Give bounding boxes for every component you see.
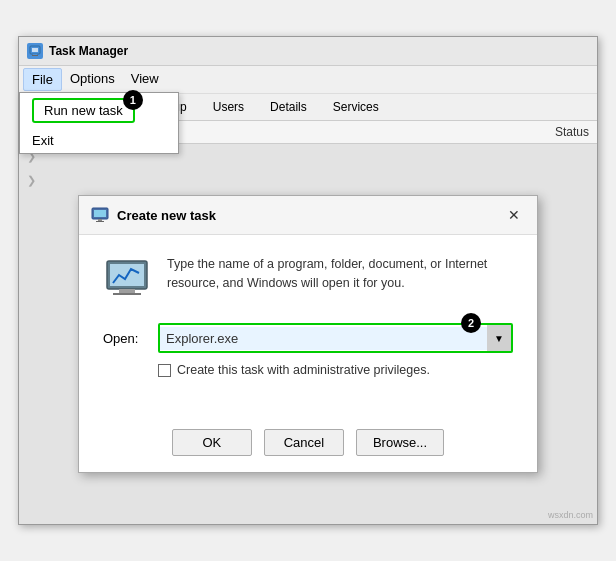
- dialog-icon: [91, 207, 109, 223]
- dialog-body: Type the name of a program, folder, docu…: [79, 235, 537, 421]
- tab-users[interactable]: Users: [200, 94, 257, 120]
- dialog-description: Type the name of a program, folder, docu…: [167, 255, 513, 293]
- open-label: Open:: [103, 331, 148, 346]
- open-dropdown-button[interactable]: ▼: [487, 325, 511, 351]
- svg-rect-3: [32, 55, 38, 56]
- menu-bar: File Run new task 1 Exit Options: [19, 66, 597, 94]
- exit-item[interactable]: Exit: [20, 128, 178, 153]
- tab-services[interactable]: Services: [320, 94, 392, 120]
- options-menu[interactable]: Options: [62, 68, 123, 91]
- admin-privileges-row: Create this task with administrative pri…: [103, 363, 513, 377]
- watermark: wsxdn.com: [548, 510, 593, 520]
- svg-rect-6: [98, 219, 102, 221]
- file-menu[interactable]: File Run new task 1 Exit: [23, 68, 62, 91]
- main-content: ❯ ❯ Create n: [19, 144, 597, 524]
- open-input-wrapper: 2 ▼: [158, 323, 513, 353]
- svg-rect-5: [94, 210, 106, 217]
- svg-rect-10: [119, 289, 135, 293]
- computer-icon: [103, 255, 151, 303]
- dialog-info-row: Type the name of a program, folder, docu…: [103, 255, 513, 303]
- dialog-overlay: Create new task ✕: [19, 144, 597, 524]
- dialog-buttons: OK Cancel Browse...: [79, 421, 537, 472]
- step2-badge: 2: [461, 313, 481, 333]
- title-bar: Task Manager: [19, 37, 597, 66]
- task-manager-window: Task Manager File Run new task 1 Exit: [18, 36, 598, 525]
- run-new-task-item[interactable]: Run new task 1: [20, 93, 178, 128]
- file-dropdown: Run new task 1 Exit: [19, 92, 179, 154]
- svg-rect-7: [96, 221, 104, 222]
- view-menu[interactable]: View: [123, 68, 167, 91]
- open-row: Open: 2 ▼: [103, 323, 513, 353]
- title-text: Task Manager: [49, 44, 128, 58]
- svg-rect-2: [33, 54, 37, 55]
- create-task-dialog: Create new task ✕: [78, 195, 538, 473]
- open-input[interactable]: [160, 327, 487, 350]
- admin-checkbox[interactable]: [158, 364, 171, 377]
- status-column-header: Status: [555, 125, 589, 139]
- step1-badge: 1: [123, 90, 143, 110]
- dialog-close-button[interactable]: ✕: [503, 204, 525, 226]
- tab-details[interactable]: Details: [257, 94, 320, 120]
- dialog-title-bar: Create new task ✕: [79, 196, 537, 235]
- svg-rect-11: [113, 293, 141, 295]
- run-new-task-button[interactable]: Run new task 1: [32, 98, 135, 123]
- title-bar-icon: [27, 43, 43, 59]
- admin-label: Create this task with administrative pri…: [177, 363, 430, 377]
- browse-button[interactable]: Browse...: [356, 429, 444, 456]
- svg-rect-1: [32, 48, 38, 52]
- ok-button[interactable]: OK: [172, 429, 252, 456]
- dialog-title: Create new task: [91, 207, 216, 223]
- cancel-button[interactable]: Cancel: [264, 429, 344, 456]
